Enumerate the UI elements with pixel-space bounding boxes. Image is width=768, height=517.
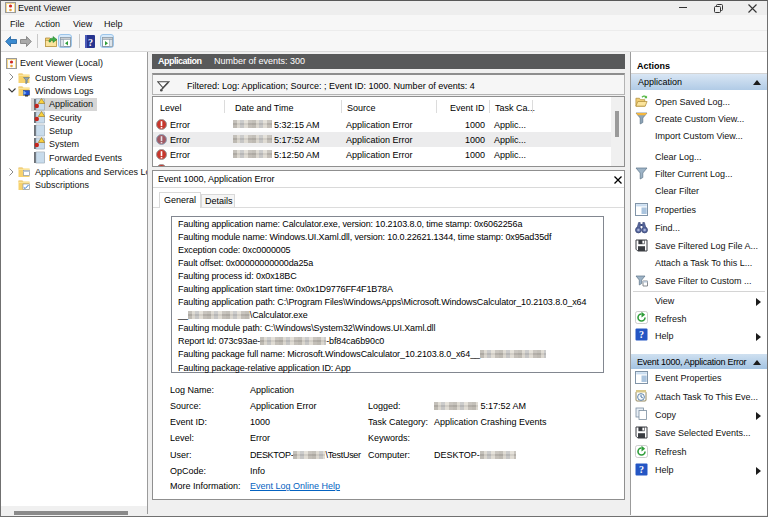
svg-text:?: ? <box>639 464 644 475</box>
svg-text:?: ? <box>639 329 644 340</box>
svg-text:?: ? <box>88 37 93 48</box>
